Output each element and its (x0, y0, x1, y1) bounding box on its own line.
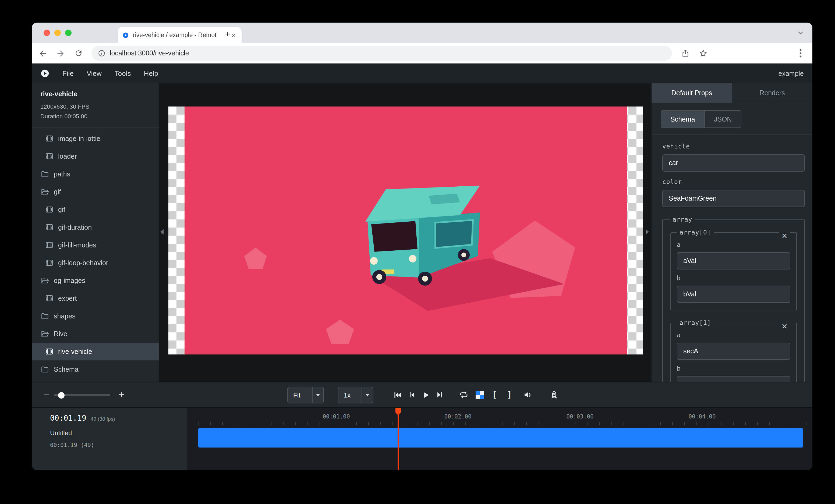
composition-list-item[interactable]: image-in-lottie (32, 130, 159, 148)
film-icon (45, 135, 53, 143)
composition-item-label: gif-loop-behavior (58, 259, 108, 267)
composition-item-label: gif (58, 206, 65, 213)
play-icon[interactable] (419, 382, 432, 407)
composition-item-label: shapes (54, 313, 76, 320)
composition-list-item[interactable]: expert (32, 290, 159, 308)
vehicle-input[interactable] (662, 154, 805, 172)
composition-list-item[interactable]: gif (32, 183, 159, 201)
composition-item-label: image-in-lottie (58, 135, 100, 143)
share-icon[interactable] (680, 49, 690, 58)
menu-item[interactable]: File (56, 63, 80, 83)
array-1-b-input[interactable] (677, 376, 790, 382)
array-0-label: array[0] (677, 229, 714, 236)
array-1-a-input[interactable] (677, 343, 790, 360)
json-toggle-button[interactable]: JSON (705, 110, 742, 128)
film-icon (45, 259, 53, 267)
composition-list-item[interactable]: Schema (32, 361, 159, 378)
chevron-down-icon (362, 387, 373, 403)
current-time: 00:01.19 (50, 414, 86, 422)
array-item-1: array[1] × a b (670, 319, 797, 382)
new-tab-button[interactable]: + (220, 27, 235, 42)
zoom-in-button[interactable]: + (118, 382, 125, 407)
composition-item-label: Schema (54, 366, 79, 373)
composition-list-item[interactable]: gif-loop-behavior (32, 254, 159, 272)
remove-array-1-icon[interactable]: × (779, 322, 790, 330)
transparency-checkerboard-icon[interactable] (473, 382, 486, 407)
composition-list-item[interactable]: gif-duration (32, 219, 159, 236)
composition-item-label: Rive (54, 330, 67, 338)
timeline-track[interactable] (198, 428, 803, 447)
previous-frame-icon[interactable] (405, 382, 418, 407)
collapse-sidebar-icon[interactable] (160, 229, 164, 234)
array-item-0: array[0] × a b (670, 229, 797, 310)
site-info-icon[interactable] (98, 49, 105, 57)
array-fieldset: array array[0] × a b array[1] × (662, 216, 805, 382)
composition-header: rive-vehicle 1200x630, 30 FPS Duration 0… (32, 83, 159, 128)
array-label: array (670, 216, 695, 223)
array-0-b-input[interactable] (677, 286, 790, 303)
composition-item-label: gif-fill-modes (58, 241, 96, 249)
tab-default-props[interactable]: Default Props (652, 83, 732, 103)
render-rocket-icon[interactable] (548, 382, 561, 407)
playback-speed-select[interactable]: 1x (338, 387, 373, 403)
vehicle-animation (185, 106, 627, 355)
jump-to-start-icon[interactable] (391, 382, 404, 407)
panel-tabs: Default Props Renders (652, 83, 812, 103)
chevron-down-icon[interactable] (797, 29, 805, 37)
right-panel: Default Props Renders Schema JSON vehicl… (651, 83, 812, 382)
tab-title: rive-vehicle / example - Remot (133, 32, 226, 38)
menu-item[interactable]: Tools (108, 63, 138, 83)
forward-icon[interactable] (56, 49, 65, 58)
array-0-a-input[interactable] (677, 252, 790, 270)
back-icon[interactable] (38, 49, 47, 58)
menu-item[interactable]: View (80, 63, 108, 83)
b-label: b (677, 274, 790, 282)
composition-list-item[interactable]: paths (32, 165, 159, 183)
composition-item-label: gif-duration (58, 224, 92, 231)
composition-item-label: loader (58, 153, 77, 160)
preview-area (159, 83, 651, 382)
composition-list-item[interactable]: gif (32, 201, 159, 219)
browser-menu-icon[interactable] (796, 49, 805, 58)
folder-open-icon (41, 330, 49, 338)
loop-icon[interactable] (457, 382, 470, 407)
composition-item-label: og-images (54, 277, 85, 285)
close-window-button[interactable] (44, 29, 50, 36)
composition-list-item[interactable]: loader (32, 148, 159, 165)
remove-array-0-icon[interactable]: × (779, 231, 790, 240)
address-bar[interactable]: localhost:3000/rive-vehicle (91, 46, 672, 61)
composition-list-item[interactable]: Rive (32, 325, 159, 343)
composition-list-item[interactable]: shapes (32, 308, 159, 325)
schema-json-toggle: Schema JSON (652, 103, 812, 135)
zoom-slider-knob[interactable] (58, 392, 65, 398)
browser-tabstrip: rive-vehicle / example - Remot × + (32, 23, 812, 43)
zoom-slider[interactable] (54, 394, 110, 396)
collapse-panel-icon[interactable] (646, 229, 649, 234)
color-input[interactable] (662, 190, 805, 207)
composition-canvas (168, 106, 643, 355)
volume-icon[interactable] (521, 382, 534, 407)
menu-item[interactable]: Help (138, 63, 165, 83)
zoom-out-button[interactable]: − (42, 382, 50, 407)
out-point-button[interactable]: ] (503, 382, 516, 407)
schema-toggle-button[interactable]: Schema (661, 110, 705, 128)
composition-list-item[interactable]: gif-fill-modes (32, 236, 159, 254)
folder-icon (41, 312, 49, 320)
composition-item-label: gif (54, 188, 61, 196)
film-icon (45, 294, 53, 302)
minimize-window-button[interactable] (54, 29, 61, 36)
fullscreen-window-button[interactable] (65, 29, 72, 36)
fit-select-value: Fit (288, 391, 312, 399)
composition-list-item[interactable]: og-images (32, 272, 159, 290)
in-point-button[interactable]: [ (488, 382, 501, 407)
track-name: Untitled (50, 429, 187, 437)
bookmark-star-icon[interactable] (698, 49, 708, 58)
folder-open-icon (41, 188, 49, 196)
composition-duration: Duration 00:05.00 (40, 111, 150, 121)
tab-renders[interactable]: Renders (732, 83, 812, 103)
fit-select[interactable]: Fit (287, 387, 324, 403)
track-time: 00:01.19 (49) (50, 442, 187, 448)
next-frame-icon[interactable] (434, 382, 447, 407)
reload-icon[interactable] (74, 49, 83, 58)
composition-list-item[interactable]: rive-vehicle (32, 343, 159, 361)
